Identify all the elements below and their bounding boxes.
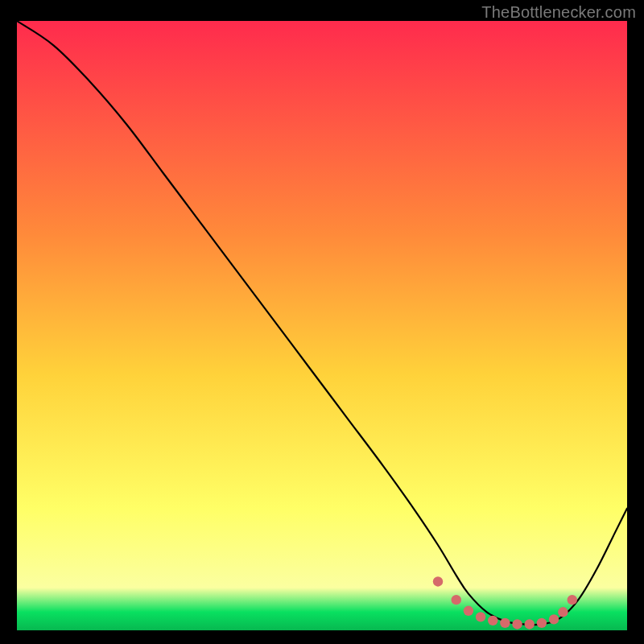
chart-stage: TheBottlenecker.com [0,0,644,644]
bottleneck-chart [17,21,627,630]
sweet-spot-marker [558,607,568,617]
sweet-spot-marker [476,612,485,621]
plot-area [17,21,627,630]
sweet-spot-marker [549,614,559,624]
sweet-spot-marker [452,595,461,605]
gradient-background [17,21,627,630]
sweet-spot-marker [464,606,473,616]
sweet-spot-marker [537,618,547,628]
sweet-spot-marker [512,619,522,629]
sweet-spot-marker [433,576,443,586]
sweet-spot-marker [500,618,510,628]
sweet-spot-marker [525,619,535,629]
sweet-spot-marker [488,616,497,625]
attribution-text: TheBottlenecker.com [481,3,636,22]
sweet-spot-marker [568,595,577,605]
